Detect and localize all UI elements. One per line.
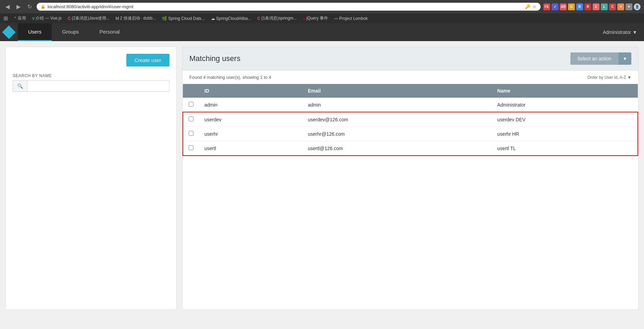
ext-icon-b: B <box>576 3 583 10</box>
bookmark-favicon-vue: V <box>32 16 35 21</box>
select-action-button[interactable]: Select an action <box>570 52 618 65</box>
bookmark-favicon-java: C <box>68 16 71 21</box>
action-btn-group: Select an action ▼ <box>570 52 631 65</box>
bookmark-favicon-dubbo: M <box>116 16 119 21</box>
create-user-button[interactable]: Create user <box>126 54 169 66</box>
results-text: Found 4 matching user(s), showing 1 to 4 <box>189 75 271 80</box>
bookmark-spring[interactable]: 🌿 Spring Cloud Dals... <box>160 15 207 22</box>
ext-icon-fe: FE <box>543 3 550 10</box>
ext-icon-g: G <box>568 3 575 10</box>
chevron-down-icon: ▼ <box>627 75 631 80</box>
table-row[interactable]: usertlusertl@126.comusertl TL <box>183 141 638 156</box>
search-label: SEARCH BY NAME <box>13 73 169 78</box>
row-name: userdev DEV <box>492 112 638 127</box>
bookmark-favicon-jquery: ● <box>303 16 305 21</box>
bookmark-lombok[interactable]: — Project Lombok <box>332 15 370 22</box>
ext-icon-r: R <box>584 3 591 10</box>
bookmarks-bar: ⊞ ⌃ 应用 V 介绍 — Vue.js C (2条消息)Java使用... M… <box>0 13 644 23</box>
key-icon: 🔑 <box>525 4 530 9</box>
tab-users[interactable]: Users <box>18 23 52 41</box>
bookmark-apps[interactable]: ⌃ 应用 <box>11 15 28 22</box>
address-bar[interactable]: 🔒 localhost:8080/activiti-app/idm/#/user… <box>37 3 541 11</box>
col-name: Name <box>492 84 638 98</box>
reload-button[interactable]: ↻ <box>25 3 34 11</box>
select-action-dropdown-button[interactable]: ▼ <box>618 52 631 65</box>
row-email: userdev@126.com <box>302 112 492 127</box>
right-panel: Matching users Select an action ▼ Found … <box>182 47 639 310</box>
lock-icon: 🔒 <box>41 4 46 9</box>
bookmark-alibaba[interactable]: ☁ SpringCloudAliba... <box>209 15 253 22</box>
row-name: usertl TL <box>492 141 638 156</box>
ext-icon-l: L <box>601 3 608 10</box>
col-id: ID <box>199 84 302 98</box>
bookmark-dubbo[interactable]: M 2 快速启动 · dubb... <box>114 15 158 22</box>
forward-button[interactable]: ▶ <box>14 3 23 11</box>
left-panel: Create user SEARCH BY NAME 🔍 <box>5 47 177 310</box>
users-table-body: adminadminAdministratoruserdevuserdev@12… <box>183 98 638 156</box>
chevron-down-icon: ▼ <box>632 29 637 35</box>
bookmark-vue[interactable]: V 介绍 — Vue.js <box>30 15 64 22</box>
bookmark-favicon: ⌃ <box>13 16 17 21</box>
bookmark-favicon-spring: 🌿 <box>162 16 167 21</box>
bookmark-favicon-alibaba: ☁ <box>211 16 215 21</box>
row-id: admin <box>199 98 302 112</box>
bookmark-favicon-springm: C <box>257 16 261 21</box>
row-email: admin <box>302 98 492 112</box>
row-checkbox[interactable] <box>189 117 193 121</box>
tab-groups[interactable]: Groups <box>52 23 89 41</box>
table-row[interactable]: userhruserhr@126.comuserhr HR <box>183 127 638 141</box>
apps-grid-icon[interactable]: ⊞ <box>3 15 8 22</box>
search-icon-button[interactable]: 🔍 <box>13 81 27 92</box>
tab-personal[interactable]: Personal <box>89 23 130 41</box>
search-box: 🔍 <box>13 80 169 92</box>
browser-chrome: ◀ ▶ ↻ 🔒 localhost:8080/activiti-app/idm/… <box>0 0 644 13</box>
row-id: userhr <box>199 127 302 141</box>
order-by-selector[interactable]: Order by User id, A-Z ▼ <box>587 75 631 80</box>
bookmark-springm[interactable]: C (1条消息)springm... <box>255 15 299 22</box>
row-checkbox[interactable] <box>189 102 193 107</box>
ext-icon-x: ✕ <box>617 3 624 10</box>
row-checkbox-cell <box>183 112 199 127</box>
app-logo <box>0 23 18 41</box>
url-text: localhost:8080/activiti-app/idm/#/user-m… <box>48 4 523 9</box>
logo-diamond <box>2 25 16 39</box>
ext-icon-abp: AB <box>560 3 567 10</box>
bookmark-java[interactable]: C (2条消息)Java使用... <box>66 15 112 22</box>
table-row[interactable]: userdevuserdev@126.comuserdev DEV <box>183 112 638 127</box>
col-checkbox <box>183 84 199 98</box>
back-button[interactable]: ◀ <box>3 3 12 11</box>
star-icon: ☆ <box>532 4 536 9</box>
table-row[interactable]: adminadminAdministrator <box>183 98 638 112</box>
row-id: usertl <box>199 141 302 156</box>
ext-icon-e: E <box>593 3 599 10</box>
users-table: ID Email Name adminadminAdministratoruse… <box>182 84 638 156</box>
row-checkbox-cell <box>183 98 199 112</box>
row-name: userhr HR <box>492 127 638 141</box>
row-email: usertl@126.com <box>302 141 492 156</box>
results-info: Found 4 matching user(s), showing 1 to 4… <box>182 71 638 84</box>
search-input[interactable] <box>27 81 169 92</box>
users-table-wrapper: ID Email Name adminadminAdministratoruse… <box>182 84 638 156</box>
bookmark-favicon-lombok: — <box>334 16 338 21</box>
col-email: Email <box>302 84 492 98</box>
row-checkbox-cell <box>183 127 199 141</box>
search-icon: 🔍 <box>17 83 23 89</box>
chevron-down-icon: ▼ <box>623 56 627 61</box>
app-nav: Users Groups Personal Administrator ▼ <box>0 23 644 41</box>
matching-users-title: Matching users <box>189 54 240 63</box>
user-avatar: 👤 <box>634 3 641 10</box>
search-section: SEARCH BY NAME 🔍 <box>13 73 169 92</box>
right-header: Matching users Select an action ▼ <box>182 47 638 71</box>
row-checkbox[interactable] <box>189 131 193 136</box>
main-layout: Create user SEARCH BY NAME 🔍 Matching us… <box>0 41 644 315</box>
ext-icon-v: ✓ <box>552 3 558 10</box>
ext-icon-arr: ▼ <box>626 3 632 10</box>
row-email: userhr@126.com <box>302 127 492 141</box>
row-name: Administrator <box>492 98 638 112</box>
nav-tabs: Users Groups Personal <box>18 23 130 41</box>
row-id: userdev <box>199 112 302 127</box>
row-checkbox-cell <box>183 141 199 156</box>
bookmark-jquery[interactable]: ● jQuery 事件 <box>301 15 330 22</box>
admin-menu[interactable]: Administrator ▼ <box>596 29 644 35</box>
row-checkbox[interactable] <box>189 145 193 150</box>
